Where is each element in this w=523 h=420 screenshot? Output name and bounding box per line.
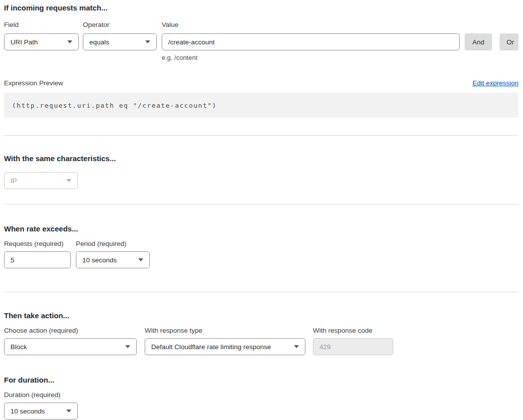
action-labels-row: Choose action (required) With response t… <box>4 327 519 334</box>
response-code-input <box>313 338 393 355</box>
duration-controls-row: 10 seconds <box>4 403 519 420</box>
action-section-heading: Then take action... <box>4 311 519 320</box>
response-code-label: With response code <box>313 327 393 334</box>
section-divider <box>4 135 519 136</box>
response-type-select-value: Default Cloudflare rate limiting respons… <box>151 343 271 351</box>
chevron-down-icon <box>145 40 150 43</box>
chevron-down-icon <box>294 345 299 348</box>
chevron-down-icon <box>67 40 72 43</box>
chevron-down-icon <box>138 258 143 261</box>
requests-input[interactable] <box>4 251 71 268</box>
duration-select-value: 10 seconds <box>10 408 45 415</box>
match-section-heading: If incoming requests match... <box>4 0 519 12</box>
characteristic-select[interactable]: IP <box>4 172 78 189</box>
field-select-value: URI Path <box>10 38 38 46</box>
requests-label: Requests (required) <box>4 240 71 247</box>
requests-field-group <box>4 251 71 268</box>
rate-controls-row: 10 seconds <box>4 251 519 268</box>
rate-limiting-rule-form: If incoming requests match... Field Oper… <box>4 0 519 420</box>
and-button[interactable]: And <box>465 33 492 50</box>
rate-section-heading: When rate exceeds... <box>4 224 519 233</box>
match-controls-row: URI Path equals e.g. /content And Or <box>4 33 519 61</box>
duration-section-heading: For duration... <box>4 376 519 384</box>
action-controls-row: Block Default Cloudflare rate limiting r… <box>4 338 519 355</box>
edit-expression-link[interactable]: Edit expression <box>473 79 519 87</box>
value-input[interactable] <box>162 33 460 50</box>
value-helper-text: e.g. /content <box>162 54 460 61</box>
section-divider <box>4 292 519 292</box>
operator-label: Operator <box>83 21 157 28</box>
rate-labels-row: Requests (required) Period (required) <box>4 240 519 247</box>
duration-select[interactable]: 10 seconds <box>4 403 78 420</box>
or-button[interactable]: Or <box>500 33 519 50</box>
operator-select[interactable]: equals <box>83 33 157 50</box>
expression-preview-label: Expression Preview <box>4 80 63 87</box>
response-code-field-group <box>313 338 393 355</box>
period-label: Period (required) <box>76 240 150 247</box>
field-label: Field <box>4 21 79 28</box>
chevron-down-icon <box>66 179 71 182</box>
choose-action-label: Choose action (required) <box>4 327 137 334</box>
period-select[interactable]: 10 seconds <box>76 251 150 268</box>
chevron-down-icon <box>125 345 130 348</box>
match-labels-row: Field Operator Value <box>4 21 519 28</box>
section-divider <box>4 204 519 205</box>
duration-labels-row: Duration (required) <box>4 392 519 399</box>
value-field-group: e.g. /content <box>162 33 460 61</box>
response-type-label: With response type <box>145 327 305 334</box>
response-type-select[interactable]: Default Cloudflare rate limiting respons… <box>145 338 305 355</box>
field-select[interactable]: URI Path <box>4 33 79 50</box>
period-select-value: 10 seconds <box>82 256 117 264</box>
choose-action-select[interactable]: Block <box>4 338 137 355</box>
duration-label: Duration (required) <box>4 392 78 399</box>
value-label: Value <box>162 21 514 28</box>
expression-preview-header: Expression Preview Edit expression <box>4 79 519 87</box>
chevron-down-icon <box>66 410 71 413</box>
characteristics-controls-row: IP <box>4 172 519 189</box>
choose-action-select-value: Block <box>10 343 27 351</box>
expression-preview-box: (http.request.uri.path eq "/create-accou… <box>4 93 519 118</box>
characteristics-section-heading: With the same characteristics... <box>4 154 519 163</box>
operator-select-value: equals <box>89 38 109 46</box>
characteristic-select-value: IP <box>10 177 17 185</box>
